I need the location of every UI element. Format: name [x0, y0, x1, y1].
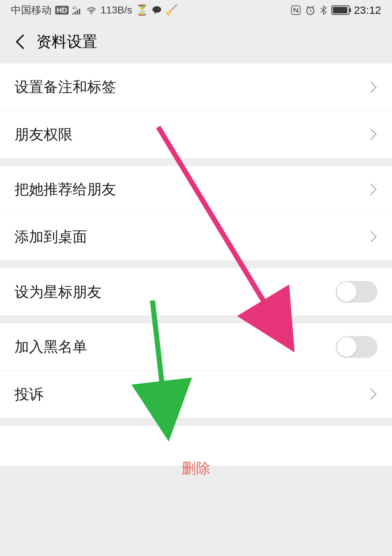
hd-badge: HD [55, 6, 69, 15]
header: 资料设置 [0, 20, 392, 64]
hourglass-icon: ⏳ [136, 4, 148, 16]
status-left: 中国移动 HD 4G 113B/s ⏳ 🧹 [11, 3, 178, 17]
delete-label: 删除 [181, 458, 211, 478]
signal-4g-icon: 4G [72, 6, 82, 15]
group-gap [0, 418, 392, 426]
page-title: 资料设置 [36, 32, 97, 52]
chevron-right-icon [369, 230, 377, 243]
chevron-right-icon [369, 81, 377, 94]
delete-item[interactable]: 删除 [0, 426, 392, 466]
cleaner-icon: 🧹 [165, 4, 178, 16]
friend-permission-label: 朋友权限 [15, 124, 73, 144]
chevron-right-icon [369, 183, 377, 196]
nfc-icon [291, 5, 301, 15]
star-friend-item: 设为星标朋友 [0, 268, 392, 315]
alarm-icon [305, 5, 315, 15]
friend-permission-item[interactable]: 朋友权限 [0, 111, 392, 158]
group-1: 设置备注和标签 朋友权限 [0, 64, 392, 158]
add-desktop-label: 添加到桌面 [15, 227, 87, 247]
complaint-label: 投诉 [15, 384, 44, 404]
toggle-knob [337, 282, 356, 302]
status-bar: 中国移动 HD 4G 113B/s ⏳ 🧹 23:12 [0, 0, 392, 20]
wifi-icon [86, 6, 97, 15]
group-2: 把她推荐给朋友 添加到桌面 [0, 166, 392, 260]
toggle-knob [337, 337, 356, 357]
group-gap [0, 260, 392, 268]
battery-icon [331, 5, 350, 15]
svg-point-5 [91, 13, 92, 14]
blacklist-label: 加入黑名单 [15, 337, 87, 357]
star-friend-label: 设为星标朋友 [15, 282, 102, 302]
add-desktop-item[interactable]: 添加到桌面 [0, 213, 392, 260]
remarks-tags-item[interactable]: 设置备注和标签 [0, 64, 392, 111]
remarks-tags-label: 设置备注和标签 [15, 77, 116, 97]
blacklist-item: 加入黑名单 [0, 323, 392, 371]
carrier-label: 中国移动 [11, 3, 52, 17]
svg-point-6 [152, 6, 161, 13]
blacklist-toggle[interactable] [336, 336, 377, 358]
star-friend-toggle[interactable] [336, 281, 377, 303]
recommend-friend-item[interactable]: 把她推荐给朋友 [0, 166, 392, 213]
group-gap [0, 315, 392, 323]
group-gap [0, 158, 392, 166]
svg-rect-3 [77, 10, 78, 15]
status-right: 23:12 [291, 4, 381, 16]
chevron-right-icon [369, 128, 377, 141]
network-speed: 113B/s [101, 4, 132, 16]
svg-rect-1 [72, 13, 74, 15]
group-3: 设为星标朋友 [0, 268, 392, 315]
time-display: 23:12 [354, 4, 381, 16]
chevron-right-icon [369, 388, 377, 401]
svg-text:4G: 4G [72, 6, 77, 10]
chat-bubble-icon [152, 6, 162, 15]
complaint-item[interactable]: 投诉 [0, 371, 392, 418]
group-4: 加入黑名单 投诉 [0, 323, 392, 418]
recommend-friend-label: 把她推荐给朋友 [15, 179, 116, 199]
svg-rect-2 [74, 12, 76, 15]
svg-rect-4 [79, 9, 80, 15]
back-button[interactable] [11, 33, 29, 51]
bluetooth-icon [320, 5, 327, 15]
